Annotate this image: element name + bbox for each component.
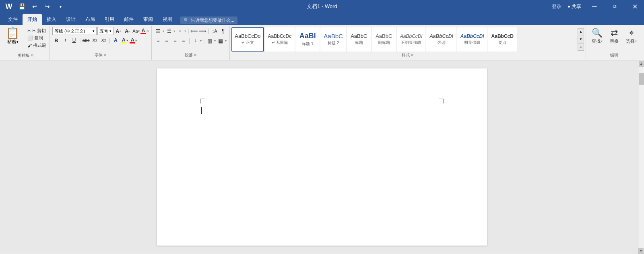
align-right-button[interactable]: ≡ bbox=[171, 37, 179, 45]
title-bar-left: W 💾 ↩ ↪ ▾ bbox=[3, 1, 66, 12]
decrease-indent-button[interactable]: ⟸ bbox=[190, 27, 198, 35]
document-page[interactable] bbox=[157, 68, 487, 246]
multilevel-button[interactable]: ≡ bbox=[176, 27, 184, 35]
document-area[interactable] bbox=[0, 60, 644, 254]
align-left-button[interactable]: ≡ bbox=[154, 37, 162, 45]
change-case-button[interactable]: Aa▾ bbox=[132, 27, 140, 35]
copy-button[interactable]: ⬜ 复制 bbox=[26, 35, 48, 41]
tell-me-input[interactable]: 🔍 告诉我您想要做什么... bbox=[180, 17, 237, 24]
format-painter-button[interactable]: 🖌 格式刷 bbox=[26, 42, 48, 49]
paragraph-label: 段落 ⧉ bbox=[154, 52, 227, 59]
tab-design[interactable]: 设计 bbox=[61, 14, 80, 25]
subscript-button[interactable]: X2 bbox=[91, 36, 99, 44]
tab-home[interactable]: 开始 bbox=[23, 14, 42, 25]
styles-group-content: AaBbCcDo ↵ 正文 AaBbCcDc ↵ 无间隔 AaBl 标题 1 A… bbox=[231, 27, 584, 52]
style-normal[interactable]: AaBbCcDo ↵ 正文 bbox=[231, 27, 264, 52]
styles-scroll-buttons: ▲ ▼ ≡ bbox=[578, 28, 584, 51]
text-effects-button[interactable]: A bbox=[111, 36, 120, 44]
highlight-button[interactable]: A ▾ bbox=[120, 36, 128, 44]
increase-indent-button[interactable]: ⟹ bbox=[199, 27, 207, 35]
clear-formatting-button[interactable]: A ✕ bbox=[141, 27, 149, 35]
paragraph-expand-icon[interactable]: ⧉ bbox=[194, 53, 197, 57]
scroll-down-button[interactable]: ▼ bbox=[638, 248, 644, 254]
title-bar: W 💾 ↩ ↪ ▾ 文档1 - Word 登录 ♦ 共享 ─ ⧉ ✕ bbox=[0, 0, 644, 13]
word-icon[interactable]: W bbox=[3, 1, 14, 12]
paste-button[interactable]: 📋 粘贴 ▾ bbox=[3, 27, 22, 45]
underline-button[interactable]: U bbox=[70, 36, 78, 44]
bold-button[interactable]: B bbox=[52, 36, 60, 44]
shading-button[interactable]: ▥ bbox=[206, 37, 214, 45]
style-strong[interactable]: AaBbCcD 要点 bbox=[488, 27, 517, 52]
font-row2: B I U | abc X2 X2 | A A ▾ A ▾ bbox=[52, 36, 137, 44]
styles-more-button[interactable]: ≡ bbox=[578, 43, 584, 51]
scrollbar-thumb[interactable] bbox=[639, 73, 644, 85]
format-painter-icon: 🖌 bbox=[27, 43, 32, 48]
style-title[interactable]: AaBbC 标题 bbox=[347, 27, 371, 52]
font-size-dropdown-icon: ▾ bbox=[109, 29, 111, 33]
replace-button[interactable]: ⇄ 替换 bbox=[607, 27, 622, 45]
select-button[interactable]: ⌖ 选择 ▾ bbox=[623, 27, 640, 45]
ribbon-tabs: 文件 开始 插入 设计 布局 引用 邮件 审阅 视图 🔍 告诉我您想要做什么..… bbox=[0, 13, 644, 25]
style-h2[interactable]: AaBbC 标题 2 bbox=[320, 27, 346, 52]
editing-label: 编辑 bbox=[588, 52, 640, 59]
style-subtitle[interactable]: AaBbC 副标题 bbox=[372, 27, 396, 52]
tab-view[interactable]: 视图 bbox=[158, 14, 177, 25]
tab-references[interactable]: 引用 bbox=[100, 14, 119, 25]
numbering-button[interactable]: ☰ bbox=[165, 27, 173, 35]
justify-button[interactable]: ≡ bbox=[180, 37, 188, 45]
vertical-scrollbar[interactable]: ▲ ▼ bbox=[638, 61, 644, 254]
login-button[interactable]: 登录 bbox=[549, 2, 564, 11]
line-spacing-button[interactable]: ↕ bbox=[192, 37, 200, 45]
clipboard-sub-buttons: ✂ ✂ 剪切 ⬜ 复制 🖌 格式刷 bbox=[26, 27, 48, 50]
share-button[interactable]: ♦ 共享 bbox=[566, 2, 584, 11]
italic-button[interactable]: I bbox=[61, 36, 69, 44]
restore-button[interactable]: ⧉ bbox=[605, 0, 624, 13]
para-row2: ≡ ≡ ≡ ≡ | ↕ ▾ | ▥ ▾ ▦ ▾ bbox=[154, 37, 227, 45]
scroll-up-button[interactable]: ▲ bbox=[639, 61, 644, 67]
center-button[interactable]: ≡ bbox=[163, 37, 171, 45]
minimize-button[interactable]: ─ bbox=[585, 0, 604, 13]
clipboard-expand-icon[interactable]: ⧉ bbox=[31, 54, 34, 58]
style-emphasis[interactable]: AaBbCcDi 强调 bbox=[426, 27, 456, 52]
tab-insert[interactable]: 插入 bbox=[42, 14, 61, 25]
borders-button[interactable]: ▦ bbox=[217, 37, 225, 45]
tab-layout[interactable]: 布局 bbox=[80, 14, 100, 25]
paragraph-group: ☰ ▾ ☰ ▾ ≡ ▾ | ⟸ ⟹ | ↕A ¶ ≡ ≡ ≡ ≡ | ↕ ▾ bbox=[152, 26, 230, 60]
font-grow-button[interactable]: A+ bbox=[114, 27, 122, 35]
styles-scroll-up-button[interactable]: ▲ bbox=[578, 28, 584, 35]
font-expand-icon[interactable]: ⧉ bbox=[103, 53, 107, 57]
text-cursor bbox=[201, 107, 202, 114]
search-icon: 🔍 bbox=[184, 18, 189, 23]
close-button[interactable]: ✕ bbox=[625, 0, 644, 13]
bullets-button[interactable]: ☰ bbox=[154, 27, 162, 35]
redo-qat-button[interactable]: ↪ bbox=[42, 1, 53, 12]
styles-expand-icon[interactable]: ⧉ bbox=[411, 53, 414, 57]
sort-button[interactable]: ↕A bbox=[211, 27, 219, 35]
font-shrink-button[interactable]: A- bbox=[123, 27, 131, 35]
clipboard-label: 剪贴板 ⧉ bbox=[3, 52, 48, 59]
margin-marker-top-right bbox=[439, 99, 444, 103]
font-name-selector[interactable]: 等线 (中文正文) ▾ bbox=[52, 27, 97, 35]
save-qat-button[interactable]: 💾 bbox=[16, 1, 27, 12]
paste-label: 粘贴 bbox=[7, 39, 16, 45]
font-color-button[interactable]: A ▾ bbox=[129, 36, 137, 44]
superscript-button[interactable]: X2 bbox=[100, 36, 108, 44]
tab-mailings[interactable]: 邮件 bbox=[119, 14, 138, 25]
style-subtle-emphasis[interactable]: AaBbCcDi 不明显强调 bbox=[397, 27, 425, 52]
style-intense-emphasis[interactable]: AaBbCcDi 明显强调 bbox=[457, 27, 487, 52]
styles-scroll-down-button[interactable]: ▼ bbox=[578, 36, 584, 43]
tab-file[interactable]: 文件 bbox=[3, 14, 23, 25]
strikethrough-button[interactable]: abc bbox=[82, 36, 90, 44]
margin-marker-top-left bbox=[200, 99, 205, 103]
cut-button[interactable]: ✂ ✂ 剪切 bbox=[26, 27, 48, 34]
find-button[interactable]: 🔍 查找 ▾ bbox=[588, 27, 606, 45]
undo-qat-button[interactable]: ↩ bbox=[29, 1, 40, 12]
font-size-selector[interactable]: 五号 ▾ bbox=[97, 27, 114, 35]
show-marks-button[interactable]: ¶ bbox=[219, 27, 227, 35]
style-no-space[interactable]: AaBbCcDc ↵ 无间隔 bbox=[265, 27, 295, 52]
styles-group: AaBbCcDo ↵ 正文 AaBbCcDc ↵ 无间隔 AaBl 标题 1 A… bbox=[230, 26, 586, 60]
style-h1[interactable]: AaBl 标题 1 bbox=[295, 27, 320, 52]
clipboard-group-content: 📋 粘贴 ▾ ✂ ✂ 剪切 ⬜ 复制 🖌 格式刷 bbox=[3, 27, 48, 52]
customize-qat-button[interactable]: ▾ bbox=[55, 1, 66, 12]
tab-review[interactable]: 审阅 bbox=[138, 14, 158, 25]
